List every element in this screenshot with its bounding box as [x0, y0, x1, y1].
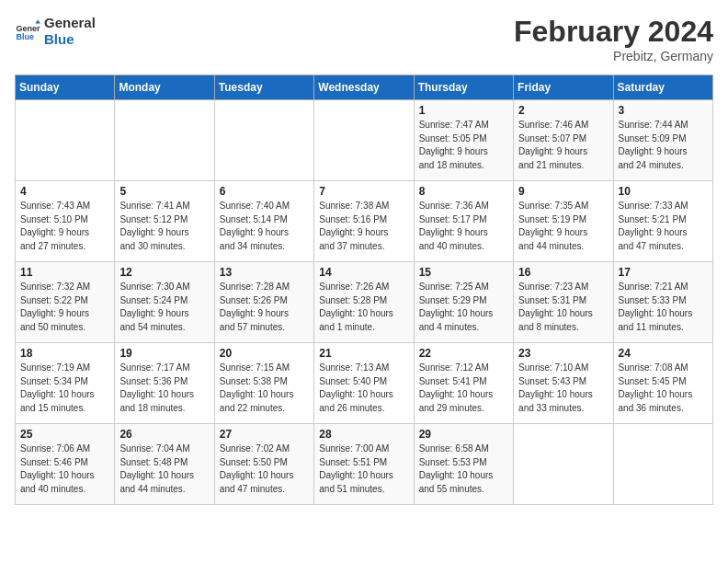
calendar-table: SundayMondayTuesdayWednesdayThursdayFrid…	[15, 75, 713, 505]
day-info: Sunrise: 7:02 AM Sunset: 5:50 PM Dayligh…	[220, 442, 309, 496]
calendar-cell: 27Sunrise: 7:02 AM Sunset: 5:50 PM Dayli…	[214, 424, 313, 505]
day-number: 24	[619, 347, 708, 360]
day-info: Sunrise: 7:47 AM Sunset: 5:05 PM Dayligh…	[419, 119, 508, 172]
day-info: Sunrise: 7:23 AM Sunset: 5:31 PM Dayligh…	[518, 281, 608, 334]
day-number: 25	[20, 428, 109, 441]
calendar-cell: 7Sunrise: 7:38 AM Sunset: 5:16 PM Daylig…	[314, 181, 414, 262]
day-number: 10	[619, 185, 708, 198]
day-number: 1	[419, 104, 508, 117]
day-number: 23	[518, 347, 608, 360]
day-info: Sunrise: 7:36 AM Sunset: 5:17 PM Dayligh…	[419, 200, 508, 253]
month-title: February 2024	[514, 15, 713, 49]
calendar-cell: 22Sunrise: 7:12 AM Sunset: 5:41 PM Dayli…	[414, 343, 513, 424]
day-number: 29	[419, 428, 508, 441]
day-number: 16	[518, 266, 608, 279]
calendar-cell: 24Sunrise: 7:08 AM Sunset: 5:45 PM Dayli…	[613, 343, 712, 424]
day-info: Sunrise: 7:35 AM Sunset: 5:19 PM Dayligh…	[518, 200, 608, 253]
day-number: 26	[119, 428, 209, 441]
logo-blue: Blue	[44, 31, 96, 48]
day-number: 13	[220, 266, 309, 279]
day-info: Sunrise: 7:08 AM Sunset: 5:45 PM Dayligh…	[619, 362, 708, 415]
svg-marker-2	[35, 19, 40, 23]
day-info: Sunrise: 7:33 AM Sunset: 5:21 PM Dayligh…	[619, 200, 708, 253]
logo: General Blue General Blue	[15, 15, 96, 48]
week-row-1: 1Sunrise: 7:47 AM Sunset: 5:05 PM Daylig…	[16, 100, 713, 181]
day-number: 5	[119, 185, 209, 198]
day-info: Sunrise: 7:17 AM Sunset: 5:36 PM Dayligh…	[119, 362, 209, 415]
day-number: 28	[319, 428, 408, 441]
day-number: 15	[419, 266, 508, 279]
calendar-cell: 5Sunrise: 7:41 AM Sunset: 5:12 PM Daylig…	[115, 181, 214, 262]
weekday-header-wednesday: Wednesday	[314, 75, 414, 100]
day-info: Sunrise: 7:40 AM Sunset: 5:14 PM Dayligh…	[220, 200, 309, 253]
day-info: Sunrise: 7:32 AM Sunset: 5:22 PM Dayligh…	[20, 281, 109, 334]
logo-general: General	[44, 15, 96, 31]
calendar-cell: 21Sunrise: 7:13 AM Sunset: 5:40 PM Dayli…	[314, 343, 414, 424]
calendar-cell: 10Sunrise: 7:33 AM Sunset: 5:21 PM Dayli…	[613, 181, 712, 262]
weekday-header-saturday: Saturday	[613, 75, 712, 100]
weekday-header-tuesday: Tuesday	[214, 75, 313, 100]
calendar-cell: 3Sunrise: 7:44 AM Sunset: 5:09 PM Daylig…	[613, 100, 712, 181]
calendar-cell	[16, 100, 115, 181]
day-number: 17	[619, 266, 708, 279]
day-info: Sunrise: 7:30 AM Sunset: 5:24 PM Dayligh…	[119, 281, 209, 334]
weekday-header-row: SundayMondayTuesdayWednesdayThursdayFrid…	[16, 75, 713, 100]
day-number: 11	[20, 266, 109, 279]
day-info: Sunrise: 7:38 AM Sunset: 5:16 PM Dayligh…	[319, 200, 408, 253]
day-info: Sunrise: 7:10 AM Sunset: 5:43 PM Dayligh…	[518, 362, 608, 415]
day-info: Sunrise: 7:13 AM Sunset: 5:40 PM Dayligh…	[319, 362, 408, 415]
calendar-cell: 12Sunrise: 7:30 AM Sunset: 5:24 PM Dayli…	[115, 262, 214, 343]
calendar-cell: 11Sunrise: 7:32 AM Sunset: 5:22 PM Dayli…	[16, 262, 115, 343]
day-number: 22	[419, 347, 508, 360]
week-row-3: 11Sunrise: 7:32 AM Sunset: 5:22 PM Dayli…	[16, 262, 713, 343]
calendar-body: 1Sunrise: 7:47 AM Sunset: 5:05 PM Daylig…	[16, 100, 713, 505]
day-info: Sunrise: 7:26 AM Sunset: 5:28 PM Dayligh…	[319, 281, 408, 334]
calendar-cell	[115, 100, 214, 181]
weekday-header-monday: Monday	[115, 75, 214, 100]
calendar-cell: 14Sunrise: 7:26 AM Sunset: 5:28 PM Dayli…	[314, 262, 414, 343]
day-info: Sunrise: 6:58 AM Sunset: 5:53 PM Dayligh…	[419, 442, 508, 496]
calendar-cell: 17Sunrise: 7:21 AM Sunset: 5:33 PM Dayli…	[613, 262, 712, 343]
day-number: 18	[20, 347, 109, 360]
weekday-header-sunday: Sunday	[16, 75, 115, 100]
calendar-cell: 8Sunrise: 7:36 AM Sunset: 5:17 PM Daylig…	[414, 181, 513, 262]
calendar-header: SundayMondayTuesdayWednesdayThursdayFrid…	[16, 75, 713, 100]
week-row-2: 4Sunrise: 7:43 AM Sunset: 5:10 PM Daylig…	[16, 181, 713, 262]
day-number: 14	[319, 266, 408, 279]
day-number: 2	[518, 104, 608, 117]
day-number: 9	[518, 185, 608, 198]
day-info: Sunrise: 7:28 AM Sunset: 5:26 PM Dayligh…	[220, 281, 309, 334]
day-number: 4	[20, 185, 109, 198]
calendar-cell: 28Sunrise: 7:00 AM Sunset: 5:51 PM Dayli…	[314, 424, 414, 505]
calendar-cell: 20Sunrise: 7:15 AM Sunset: 5:38 PM Dayli…	[214, 343, 313, 424]
calendar-cell: 18Sunrise: 7:19 AM Sunset: 5:34 PM Dayli…	[16, 343, 115, 424]
week-row-4: 18Sunrise: 7:19 AM Sunset: 5:34 PM Dayli…	[16, 343, 713, 424]
day-info: Sunrise: 7:04 AM Sunset: 5:48 PM Dayligh…	[119, 442, 209, 496]
calendar-cell: 23Sunrise: 7:10 AM Sunset: 5:43 PM Dayli…	[514, 343, 613, 424]
weekday-header-friday: Friday	[514, 75, 613, 100]
day-number: 7	[319, 185, 408, 198]
calendar-cell	[613, 424, 712, 505]
calendar-cell: 2Sunrise: 7:46 AM Sunset: 5:07 PM Daylig…	[514, 100, 613, 181]
location-subtitle: Prebitz, Germany	[514, 49, 713, 63]
calendar-cell: 4Sunrise: 7:43 AM Sunset: 5:10 PM Daylig…	[16, 181, 115, 262]
day-number: 19	[119, 347, 209, 360]
page-header: General Blue General Blue February 2024 …	[15, 15, 713, 63]
calendar-cell: 15Sunrise: 7:25 AM Sunset: 5:29 PM Dayli…	[414, 262, 513, 343]
day-info: Sunrise: 7:46 AM Sunset: 5:07 PM Dayligh…	[518, 119, 608, 172]
day-info: Sunrise: 7:41 AM Sunset: 5:12 PM Dayligh…	[119, 200, 209, 253]
day-info: Sunrise: 7:44 AM Sunset: 5:09 PM Dayligh…	[619, 119, 708, 172]
logo-icon: General Blue	[15, 18, 40, 44]
day-number: 12	[119, 266, 209, 279]
calendar-cell: 6Sunrise: 7:40 AM Sunset: 5:14 PM Daylig…	[214, 181, 313, 262]
day-info: Sunrise: 7:21 AM Sunset: 5:33 PM Dayligh…	[619, 281, 708, 334]
calendar-cell: 9Sunrise: 7:35 AM Sunset: 5:19 PM Daylig…	[514, 181, 613, 262]
title-block: February 2024 Prebitz, Germany	[514, 15, 713, 63]
calendar-cell: 26Sunrise: 7:04 AM Sunset: 5:48 PM Dayli…	[115, 424, 214, 505]
calendar-cell	[314, 100, 414, 181]
svg-text:Blue: Blue	[16, 32, 34, 41]
calendar-cell: 13Sunrise: 7:28 AM Sunset: 5:26 PM Dayli…	[214, 262, 313, 343]
day-info: Sunrise: 7:19 AM Sunset: 5:34 PM Dayligh…	[20, 362, 109, 415]
calendar-cell: 16Sunrise: 7:23 AM Sunset: 5:31 PM Dayli…	[514, 262, 613, 343]
calendar-cell: 29Sunrise: 6:58 AM Sunset: 5:53 PM Dayli…	[414, 424, 513, 505]
